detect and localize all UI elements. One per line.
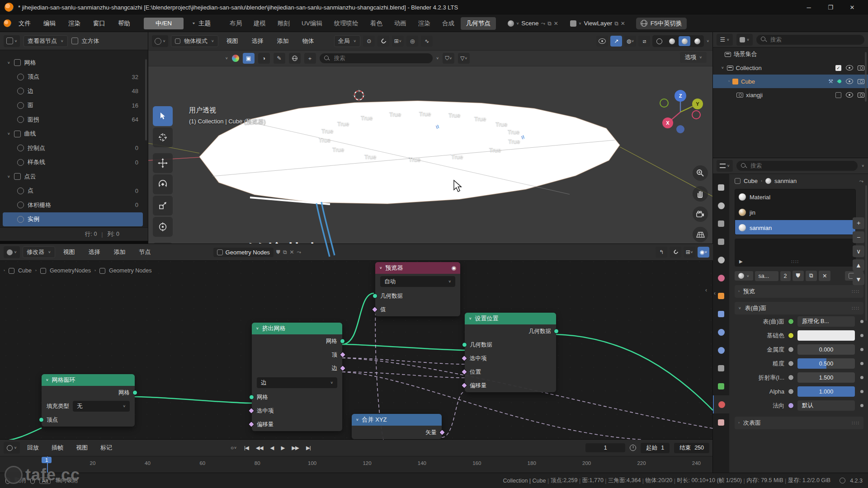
properties-tab-data[interactable] <box>713 377 729 395</box>
socket-边[interactable] <box>340 365 346 371</box>
material-slot-Material[interactable]: Material <box>735 189 855 205</box>
orientation-dropdown[interactable]: 全局∨ <box>334 35 361 47</box>
scene-copy-icon[interactable]: ⧉ <box>547 20 552 27</box>
spreadsheet-row-点云[interactable]: ∨点云 <box>3 169 143 184</box>
node-row[interactable]: 几何数据 <box>465 338 556 352</box>
node-overlay-button[interactable]: ◉∨ <box>698 247 709 258</box>
socket-选中项[interactable] <box>248 408 255 414</box>
hide-eye-icon[interactable] <box>846 92 853 98</box>
viewer-node-dropdown[interactable]: 查看器节点∨ <box>24 35 68 47</box>
bookmark-button[interactable]: ⛉∨ <box>443 53 454 64</box>
paint-overlay-button[interactable]: ✎ <box>274 53 285 64</box>
viewport-editor-type-button[interactable]: ∨ <box>152 35 168 47</box>
expand-chevron-icon[interactable]: ∨ <box>721 66 724 70</box>
animate-dot-icon[interactable] <box>860 362 863 365</box>
node-group-pin-icon[interactable]: ⤳ <box>297 249 302 255</box>
frame-start-field[interactable]: 起始1 <box>641 443 670 453</box>
viewlayer-name[interactable]: ViewLayer <box>584 20 612 27</box>
viewlayer-copy-icon[interactable]: ⧉ <box>614 20 618 27</box>
close-button[interactable]: ✕ <box>847 4 857 11</box>
node-row[interactable]: 边 <box>252 361 342 375</box>
scene-name[interactable]: Scene <box>521 20 538 27</box>
properties-tab-texture[interactable] <box>713 413 729 432</box>
workspace-tab-动画[interactable]: 动画 <box>389 17 412 30</box>
socket-几何数据[interactable] <box>373 294 377 299</box>
preview-grip[interactable]: ∷∷ <box>791 259 799 265</box>
value-field-表(曲)面[interactable]: 原理化 B... <box>797 316 855 327</box>
node-snap-magnet-button[interactable] <box>670 247 681 258</box>
material-copy-button[interactable]: ⧉ <box>806 271 817 281</box>
viewport-search[interactable] <box>320 53 433 63</box>
socket-网格[interactable] <box>340 339 345 344</box>
node-row[interactable]: 矢量 <box>352 426 442 439</box>
material-users-button[interactable]: 2 <box>780 271 791 281</box>
breadcrumb-object[interactable]: Cube <box>18 267 32 274</box>
add-overlay-button[interactable]: ＋ <box>304 53 316 64</box>
workspace-tab-布局[interactable]: 布局 <box>224 17 247 30</box>
node-header-viewer[interactable]: ∨预览器◉ <box>375 262 460 274</box>
minimize-button[interactable]: ─ <box>804 4 814 11</box>
menu-file[interactable]: 文件 <box>13 18 36 29</box>
base-color-swatch[interactable] <box>797 330 855 341</box>
panel-surface[interactable]: ∨表(曲)面∷∷ <box>735 302 863 314</box>
viewer-eye-icon[interactable]: ◉ <box>452 265 456 271</box>
maximize-button[interactable]: ❐ <box>826 4 835 11</box>
viewport-menu-object[interactable]: 物体 <box>297 35 320 47</box>
shading-solid-button[interactable] <box>666 36 678 46</box>
visibility-eye-button[interactable] <box>596 36 608 47</box>
breadcrumb-material[interactable]: sanmian <box>774 178 797 184</box>
viewlayer-chevron-icon[interactable]: ∨ <box>579 22 582 25</box>
node-editor-type-button[interactable]: ∨ <box>4 246 20 258</box>
value-field-法向[interactable]: 默认 <box>797 400 855 411</box>
node-row[interactable]: 网格 <box>42 386 135 399</box>
timeline-menu-playback[interactable]: 回放 <box>22 442 44 454</box>
workspace-tab-几何节点[interactable]: 几何节点 <box>461 17 496 30</box>
node-set-position[interactable]: ∨设置位置几何数据几何数据选中项位置偏移量 <box>465 313 556 392</box>
snap-magnet-button[interactable] <box>377 36 389 47</box>
zoom-button[interactable] <box>693 165 708 181</box>
node-parent-button[interactable]: ↰ <box>656 247 667 258</box>
node-menu-select[interactable]: 选择 <box>83 246 106 258</box>
material-unlink-button[interactable]: ✕ <box>819 271 830 281</box>
sphere-overlay-button[interactable]: ◑ <box>258 53 270 64</box>
node-header-mesh-circle[interactable]: ∨网格圆环 <box>42 374 135 386</box>
properties-tab-scene[interactable] <box>713 251 729 269</box>
tool-select-tweak[interactable] <box>153 106 173 126</box>
shading-rendered-button[interactable] <box>691 36 703 46</box>
workspace-tab-纹理喷绘[interactable]: 纹理喷绘 <box>329 17 364 30</box>
socket-几何数据[interactable] <box>462 343 467 347</box>
expand-chevron-icon[interactable]: › <box>728 80 730 83</box>
socket-选中项[interactable] <box>461 355 467 361</box>
socket-位置[interactable] <box>461 369 467 375</box>
workspace-tab-雕刻[interactable]: 雕刻 <box>272 17 295 30</box>
fake-user-shield-icon[interactable]: ⛊ <box>276 249 280 255</box>
search-chevron[interactable]: ∨ <box>436 56 439 60</box>
pan-hand-button[interactable] <box>693 186 708 202</box>
properties-search[interactable] <box>736 161 858 171</box>
value-field-Alpha[interactable]: 1.000 <box>797 386 855 397</box>
slot-specials-button[interactable]: ∨ <box>853 245 864 257</box>
camera-view-button[interactable] <box>693 206 708 222</box>
tool-move[interactable] <box>153 153 173 173</box>
tool-settings-chevron[interactable]: ∨ <box>225 56 228 60</box>
properties-tab-physics[interactable] <box>713 341 729 359</box>
playback-button-◀◀[interactable]: ◀◀ <box>253 443 266 452</box>
workspace-tab-合成[interactable]: 合成 <box>437 17 460 30</box>
playback-button-◀[interactable]: ◀ <box>267 443 277 452</box>
outliner-search[interactable] <box>756 35 864 45</box>
node-menu-node[interactable]: 节点 <box>134 246 156 258</box>
lang-switch-button[interactable]: F5中英切换 <box>636 18 687 29</box>
region-collapse-arrow[interactable]: ‹ <box>705 287 707 293</box>
mode-dropdown[interactable]: 物体模式∨ <box>171 35 218 47</box>
node-row[interactable]: 自动∨ <box>375 274 460 289</box>
viewport-options-button[interactable]: 选项∨ <box>680 52 707 63</box>
viewport-menu-select[interactable]: 选择 <box>246 35 269 47</box>
modifier-wrench-icon[interactable]: ⚒ <box>828 78 833 84</box>
current-frame-field[interactable]: 1 <box>585 443 625 452</box>
select-box-mode-button[interactable]: ▣ <box>243 53 255 64</box>
value-field-折射率(I...[interactable]: 1.500 <box>797 372 855 383</box>
proportional-edit-button[interactable]: ◎ <box>406 36 418 47</box>
panel-preview[interactable]: ›预览∷∷ <box>735 285 863 298</box>
timeline-menu-view[interactable]: 视图 <box>71 442 93 454</box>
socket-几何数据[interactable] <box>554 329 559 334</box>
